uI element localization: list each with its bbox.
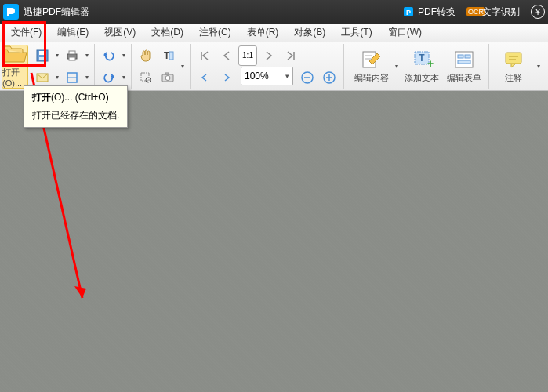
menu-view[interactable]: 视图(V) (96, 24, 143, 41)
svg-rect-4 (39, 57, 45, 60)
pay-button[interactable]: ¥ (531, 5, 545, 19)
add-text-button[interactable]: T+ 添加文本 (401, 45, 443, 89)
svg-rect-18 (165, 73, 169, 74)
svg-rect-34 (506, 53, 521, 64)
svg-rect-31 (458, 55, 463, 58)
edit-content-button[interactable]: 编辑内容 (350, 45, 393, 89)
redo-button[interactable] (99, 67, 119, 88)
first-page[interactable] (194, 45, 215, 66)
svg-line-15 (150, 82, 151, 83)
print-dropdown[interactable]: ▾ (83, 45, 91, 67)
edit-content-dropdown[interactable]: ▾ (393, 63, 401, 70)
menu-edit[interactable]: 编辑(E) (49, 24, 96, 41)
file-ops-group: ▾ ▾ ▾ ▾ (28, 44, 95, 89)
open-label: 打开(O)... (2, 67, 27, 88)
ocr-label: 文字识别 (482, 5, 520, 19)
svg-rect-12 (169, 52, 173, 60)
ocr-link[interactable]: OCR 文字识别 (466, 5, 520, 19)
edit-form-button[interactable]: 编辑表单 (443, 45, 485, 89)
document-canvas[interactable] (0, 91, 548, 392)
menu-comment[interactable]: 注释(C) (191, 24, 239, 41)
zoom-dropdown[interactable]: ▾ (282, 72, 292, 80)
svg-rect-13 (141, 73, 149, 81)
tooltip-title-b: (O)... (Ctrl+O) (51, 92, 109, 103)
undo-dropdown[interactable]: ▾ (120, 45, 128, 67)
edit-form-label: 编辑表单 (447, 72, 481, 84)
page-nav-group: 1:1 ▾ (191, 44, 344, 89)
zoom-in[interactable] (319, 67, 339, 88)
pdf-convert-label: PDF转换 (418, 5, 455, 19)
cursor-group: T ▾ (132, 44, 191, 89)
pdf-convert-link[interactable]: P PDF转换 (402, 5, 455, 19)
edit-content-label: 编辑内容 (354, 72, 389, 84)
svg-rect-7 (69, 57, 75, 60)
tooltip-desc: 打开已经存在的文档. (32, 109, 119, 122)
annotate-group: 注释 ▾ (489, 44, 546, 89)
zoom-field[interactable] (241, 69, 282, 83)
prev-page[interactable] (216, 45, 237, 66)
prev-view[interactable] (194, 67, 215, 88)
print-button[interactable] (62, 45, 82, 66)
app-logo (3, 4, 19, 20)
svg-rect-32 (465, 55, 470, 58)
annotate-dropdown[interactable]: ▾ (535, 63, 543, 70)
yen-icon: ¥ (531, 5, 545, 19)
svg-text:P: P (406, 9, 411, 16)
next-page[interactable] (259, 45, 279, 66)
zoom-out[interactable] (297, 67, 318, 88)
svg-point-17 (165, 75, 170, 80)
ocr-icon: OCR (466, 5, 479, 18)
pdf-convert-icon: P (402, 5, 415, 18)
menu-window[interactable]: 窗口(W) (380, 24, 430, 41)
tooltip: 打开(O)... (Ctrl+O) 打开已经存在的文档. (24, 85, 128, 128)
text-select-tool[interactable]: T (158, 45, 178, 66)
history-group: ▾ ▾ (95, 44, 132, 89)
menu-file[interactable]: 文件(F) (3, 24, 49, 41)
tooltip-title-a: 打开 (32, 92, 51, 103)
email-button[interactable] (32, 67, 53, 88)
undo-button[interactable] (99, 45, 119, 66)
snapshot-tool[interactable] (158, 67, 178, 88)
folder-open-icon (2, 45, 27, 65)
svg-text:T: T (419, 53, 425, 64)
svg-rect-30 (455, 52, 473, 67)
app-title: 迅捷PDF编辑器 (24, 5, 89, 19)
hand-tool[interactable] (136, 45, 156, 66)
hand-dropdown[interactable]: ▾ (179, 63, 187, 70)
annotate-button[interactable]: 注释 (492, 45, 535, 89)
menu-tool[interactable]: 工具(T) (333, 24, 379, 41)
save-button[interactable] (32, 45, 53, 66)
open-button[interactable]: 打开(O)... (2, 45, 28, 89)
svg-rect-33 (458, 60, 470, 64)
titlebar: 迅捷PDF编辑器 P PDF转换 OCR 文字识别 ¥ (0, 0, 548, 24)
menu-object[interactable]: 对象(B) (286, 24, 333, 41)
next-view[interactable] (216, 67, 237, 88)
menu-document[interactable]: 文档(D) (143, 24, 191, 41)
zoom-input[interactable]: ▾ (241, 67, 293, 85)
svg-rect-6 (69, 51, 75, 54)
toolbar: 打开(O)... ▾ ▾ ▾ ▾ ▾ (0, 42, 548, 91)
marquee-zoom-tool[interactable] (136, 67, 156, 88)
last-page[interactable] (281, 45, 301, 66)
svg-text:+: + (427, 57, 434, 70)
page-number[interactable]: 1:1 (238, 45, 257, 66)
menubar: 文件(F) 编辑(E) 视图(V) 文档(D) 注释(C) 表单(R) 对象(B… (0, 24, 548, 42)
edit-group: 编辑内容 ▾ T+ 添加文本 编辑表单 (344, 44, 489, 89)
annotate-label: 注释 (505, 72, 522, 84)
add-text-label: 添加文本 (405, 72, 439, 84)
save-dropdown[interactable]: ▾ (53, 45, 61, 67)
menu-form[interactable]: 表单(R) (239, 24, 287, 41)
scan-button[interactable] (62, 67, 82, 88)
svg-rect-3 (39, 51, 45, 55)
